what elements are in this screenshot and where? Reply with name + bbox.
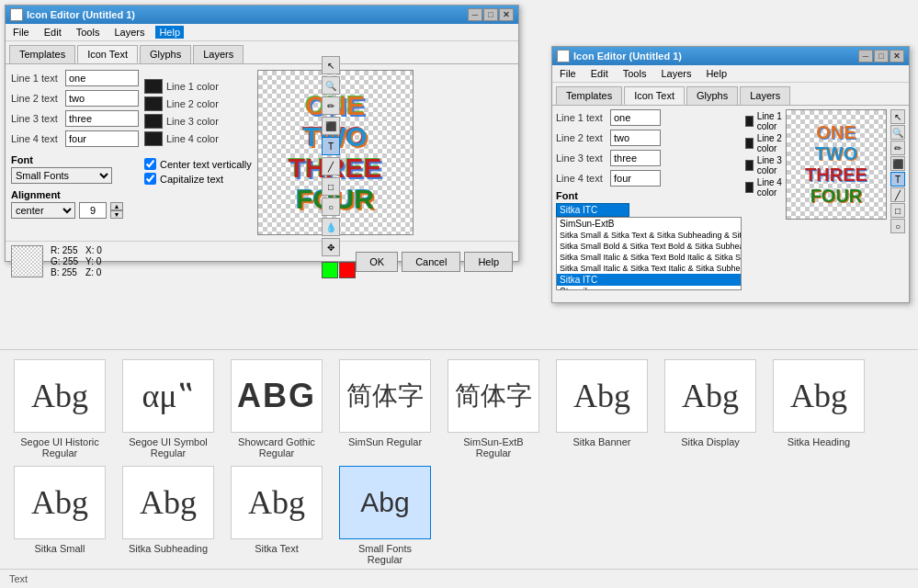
font-label-segoe-historic: Segoe UI HistoricRegular [20, 436, 99, 458]
font-card-segoe-symbol[interactable]: αμ‟ Segoe UI SymbolRegular [118, 359, 219, 458]
tab-glyphs[interactable]: Glyphs [140, 45, 191, 63]
sec-tool-6[interactable]: □ [890, 203, 905, 218]
fg-color-swatch[interactable] [322, 262, 338, 278]
font-item-sitka-bold-italic[interactable]: Sitka Small Italic & Sitka Text Bold Ita… [557, 252, 741, 263]
font-card-simsun-extb[interactable]: 简体字 SimSun-ExtBRegular [443, 359, 544, 458]
secondary-colors-col: Line 1 color Line 2 color Line 3 color L… [745, 109, 782, 290]
font-card-showcard[interactable]: ABG Showcard GothicRegular [226, 359, 327, 458]
sec-menu-edit[interactable]: Edit [587, 67, 612, 80]
sec-tool-2[interactable]: 🔍 [890, 125, 905, 140]
sec-font-section: Font Sitka ITC SimSun-ExtB Sitka Small &… [556, 190, 742, 290]
coord-z: Z: 0 [85, 267, 102, 277]
alignment-num[interactable] [79, 202, 107, 219]
sec-tool-3[interactable]: ✏ [890, 141, 905, 155]
tab-layers[interactable]: Layers [193, 45, 244, 63]
center-vertically-checkbox[interactable] [144, 158, 156, 170]
tool-arrow[interactable]: ↖ [322, 56, 340, 74]
spin-up-button[interactable]: ▲ [110, 202, 123, 210]
tab-icon-text[interactable]: Icon Text [77, 45, 138, 63]
menu-layers[interactable]: Layers [110, 26, 148, 39]
secondary-maximize[interactable]: □ [874, 50, 889, 62]
line2-color-box[interactable] [144, 96, 163, 111]
secondary-close[interactable]: ✕ [890, 50, 904, 62]
font-card-segoe-historic[interactable]: Abg Segoe UI HistoricRegular [9, 359, 110, 458]
sec-menu-file[interactable]: File [556, 67, 580, 80]
font-card-simsun[interactable]: 简体字 SimSun Regular [334, 359, 436, 458]
sec-line2-input[interactable] [610, 130, 661, 146]
alignment-select[interactable]: center left right [11, 202, 75, 219]
menu-tools[interactable]: Tools [73, 26, 104, 39]
sec-menu-help[interactable]: Help [702, 67, 731, 80]
tool-move[interactable]: ✥ [322, 238, 340, 256]
font-item-sitka-bold[interactable]: Sitka Small Bold & Sitka Text Bold & Sit… [557, 241, 741, 252]
tool-text[interactable]: T [322, 137, 340, 155]
sec-line3-color-box[interactable] [745, 160, 753, 171]
sec-tool-1[interactable]: ↖ [890, 109, 905, 124]
line4-color-box[interactable] [144, 131, 163, 146]
cancel-button[interactable]: Cancel [402, 252, 460, 272]
font-item-sitka-italic[interactable]: Sitka Small Italic & Sitka Text Italic &… [557, 263, 741, 274]
sec-menu-tools[interactable]: Tools [619, 67, 651, 80]
sec-line3-input[interactable] [610, 150, 661, 166]
font-card-sitka-display[interactable]: Abg Sitka Display [660, 359, 761, 458]
font-card-sitka-banner[interactable]: Abg Sitka Banner [551, 359, 652, 458]
sec-line4-input[interactable] [610, 170, 661, 187]
font-dropdown-selected[interactable]: Sitka ITC [556, 203, 629, 217]
help-button[interactable]: Help [464, 252, 513, 272]
font-item-sitka-group1[interactable]: Sitka Small & Sitka Text & Sitka Subhead… [557, 230, 741, 241]
sec-line1-color-box[interactable] [745, 116, 753, 127]
sec-tab-icon-text[interactable]: Icon Text [624, 86, 685, 105]
menu-help[interactable]: Help [155, 26, 184, 39]
line4-label: Line 4 text [11, 133, 62, 144]
sec-menu-layers[interactable]: Layers [657, 67, 695, 80]
main-icon-editor-window: Icon Editor (Untitled 1) ─ □ ✕ File Edit… [5, 5, 519, 262]
sec-line2-color-box[interactable] [745, 138, 753, 149]
sec-tab-templates[interactable]: Templates [556, 86, 622, 105]
tool-circle[interactable]: ○ [322, 198, 340, 216]
menu-file[interactable]: File [9, 26, 33, 39]
bg-color-swatch[interactable] [339, 262, 356, 278]
font-card-small-fonts[interactable]: Abg Small FontsRegular [334, 466, 436, 565]
menu-edit[interactable]: Edit [40, 26, 65, 39]
line2-input[interactable] [65, 90, 139, 107]
ok-button[interactable]: OK [356, 252, 398, 272]
sec-tool-5[interactable]: ╱ [890, 187, 905, 202]
sec-line1-input[interactable] [610, 109, 661, 126]
close-button[interactable]: ✕ [499, 8, 514, 21]
sec-font-label: Font [556, 190, 742, 201]
tool-fill[interactable]: ⬛ [322, 117, 340, 135]
tool-rect[interactable]: □ [322, 177, 340, 196]
font-preview-text-showcard: ABG [237, 377, 316, 415]
tool-eyedropper[interactable]: 💧 [322, 218, 340, 236]
capitalize-checkbox[interactable] [144, 173, 156, 185]
font-card-sitka-subheading[interactable]: Abg Sitka Subheading [118, 466, 219, 565]
sec-tool-4[interactable]: ⬛ [890, 156, 905, 171]
font-item-sitka-itc[interactable]: Sitka ITC [557, 274, 741, 286]
line1-color-box[interactable] [144, 79, 163, 94]
font-item-stencil[interactable]: Stencil [557, 286, 741, 290]
secondary-minimize[interactable]: ─ [858, 50, 873, 62]
font-card-sitka-heading[interactable]: Abg Sitka Heading [768, 359, 869, 458]
sec-tool-text[interactable]: T [890, 172, 905, 187]
sec-tool-7[interactable]: ○ [890, 219, 905, 233]
line3-input[interactable] [65, 110, 139, 127]
sec-line4-color-box[interactable] [745, 182, 753, 193]
spin-down-button[interactable]: ▼ [110, 210, 123, 219]
font-select[interactable]: Small Fonts [11, 167, 112, 184]
tab-templates[interactable]: Templates [9, 45, 75, 63]
secondary-menu-bar: File Edit Tools Layers Help [552, 65, 909, 83]
sec-line4-label: Line 4 text [556, 173, 606, 184]
line1-input[interactable] [65, 70, 139, 86]
line3-color-box[interactable] [144, 114, 163, 129]
line4-input[interactable] [65, 130, 139, 147]
tool-pencil[interactable]: ✏ [322, 96, 340, 115]
sec-tab-layers[interactable]: Layers [740, 86, 790, 105]
tool-line[interactable]: ╱ [322, 157, 340, 175]
maximize-button[interactable]: □ [483, 8, 498, 21]
font-card-sitka-small[interactable]: Abg Sitka Small [9, 466, 110, 565]
minimize-button[interactable]: ─ [468, 8, 482, 21]
font-item-simsun-extb[interactable]: SimSun-ExtB [557, 218, 741, 230]
sec-tab-glyphs[interactable]: Glyphs [686, 86, 738, 105]
font-card-sitka-text[interactable]: Abg Sitka Text [226, 466, 327, 565]
tool-magnify[interactable]: 🔍 [322, 76, 340, 95]
